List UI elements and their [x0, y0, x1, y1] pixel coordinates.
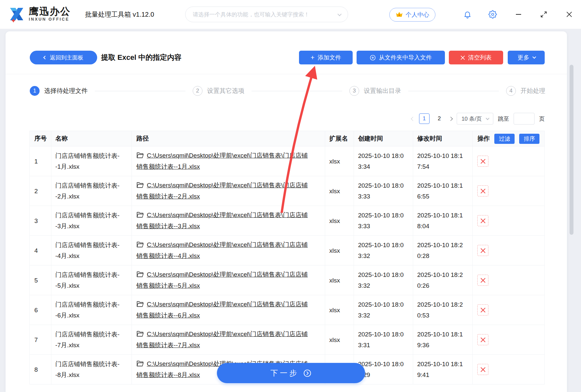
resize-button[interactable]: [538, 9, 549, 20]
table-row: 1 门店店铺销售额统计表--1月.xlsx C:\Users\sqmil\Des…: [30, 146, 545, 176]
page-size-value: 10 条/页: [462, 115, 482, 123]
notification-bell-icon[interactable]: [462, 9, 473, 20]
crown-icon: [396, 11, 403, 18]
file-ext: xlsx: [325, 295, 354, 325]
file-name: 门店店铺销售额统计表--4月.xlsx: [51, 236, 132, 265]
delete-x-icon: [480, 307, 486, 313]
modified-time: 2025-10-10 18:20:28: [413, 236, 473, 265]
delete-x-icon: [480, 248, 486, 253]
personal-center-button[interactable]: 个人中心: [389, 8, 435, 22]
settings-gear-icon[interactable]: [487, 9, 498, 20]
clear-list-button[interactable]: 清空列表: [449, 51, 503, 64]
step-4-start: 4 开始处理: [506, 86, 545, 96]
page-button-2[interactable]: 2: [434, 113, 445, 124]
table-body: 1 门店店铺销售额统计表--1月.xlsx C:\Users\sqmil\Des…: [30, 146, 545, 384]
next-page-button[interactable]: [449, 117, 453, 121]
delete-file-button[interactable]: [477, 185, 488, 196]
back-to-dashboard-button[interactable]: 返回到主面板: [30, 51, 97, 64]
row-index: 8: [30, 355, 51, 384]
prev-page-button[interactable]: [411, 117, 415, 121]
row-index: 5: [30, 265, 51, 295]
back-label: 返回到主面板: [50, 54, 83, 61]
file-ext: xlsx: [325, 146, 354, 176]
modified-time: 2025-10-10 18:19:36: [413, 325, 473, 355]
folder-icon: [136, 241, 144, 248]
table-header-row: 序号 名称 路径 扩展名 创建时间 修改时间 操作 过滤 排序: [30, 131, 545, 146]
page-size-select[interactable]: 10 条/页: [457, 113, 493, 125]
step-label: 选择待处理文件: [44, 87, 88, 95]
jump-label: 跳至: [498, 115, 509, 123]
folder-icon: [136, 152, 144, 159]
step-connector: [408, 91, 499, 91]
file-name: 门店店铺销售额统计表--8月.xlsx: [51, 355, 132, 384]
operation-cell: [473, 265, 545, 295]
delete-x-icon: [480, 218, 486, 224]
header-operation: 操作 过滤 排序: [473, 131, 545, 146]
delete-file-button[interactable]: [477, 304, 488, 315]
add-file-button[interactable]: + 添加文件: [299, 51, 353, 64]
file-path-cell: C:\Users\sqmil\Desktop\处理前\excel\门店销售表\门…: [132, 265, 326, 295]
function-search-select[interactable]: 请选择一个具体的功能，也可输入关键字搜索！: [185, 7, 348, 22]
scrollbar-thumb[interactable]: [570, 65, 573, 235]
filter-button[interactable]: 过滤: [494, 134, 515, 144]
clear-list-label: 清空列表: [468, 54, 492, 61]
delete-file-button[interactable]: [477, 215, 488, 226]
more-label: 更多: [518, 54, 529, 61]
created-time: 2025-10-10 18:03:31: [354, 325, 413, 355]
header-path: 路径: [132, 131, 326, 146]
file-name: 门店店铺销售额统计表--2月.xlsx: [51, 176, 132, 206]
file-path-cell: C:\Users\sqmil\Desktop\处理前\excel\门店销售表\门…: [132, 295, 326, 325]
step-number: 2: [193, 86, 202, 96]
row-index: 1: [30, 146, 51, 176]
delete-x-icon: [480, 278, 486, 283]
personal-center-label: 个人中心: [406, 11, 429, 19]
circle-plus-icon: [370, 55, 376, 61]
file-path-link[interactable]: C:\Users\sqmil\Desktop\处理前\excel\门店销售表\门…: [136, 331, 308, 349]
file-path-link[interactable]: C:\Users\sqmil\Desktop\处理前\excel\门店销售表\门…: [136, 212, 308, 230]
file-path-link[interactable]: C:\Users\sqmil\Desktop\处理前\excel\门店销售表\门…: [136, 241, 308, 259]
sort-button[interactable]: 排序: [519, 134, 539, 144]
minimize-button[interactable]: [513, 9, 524, 20]
header-modified: 修改时间: [413, 131, 473, 146]
operation-cell: [473, 176, 545, 206]
operation-cell: [473, 236, 545, 265]
import-from-folder-button[interactable]: 从文件夹中导入文件: [357, 51, 445, 64]
created-time: 2025-10-10 18:03:32: [354, 236, 413, 265]
modified-time: 2025-10-10 18:18:04: [413, 206, 473, 236]
jump-page-input[interactable]: [514, 113, 535, 125]
chevron-left-icon: [43, 56, 47, 59]
close-button[interactable]: [564, 9, 574, 20]
delete-file-button[interactable]: [477, 275, 488, 286]
folder-icon: [136, 301, 144, 307]
delete-x-icon: [480, 337, 486, 343]
table-row: 3 门店店铺销售额统计表--3月.xlsx C:\Users\sqmil\Des…: [30, 206, 545, 236]
import-folder-label: 从文件夹中导入文件: [379, 54, 432, 61]
row-index: 7: [30, 325, 51, 355]
delete-file-button[interactable]: [477, 245, 488, 256]
file-path-link[interactable]: C:\Users\sqmil\Desktop\处理前\excel\门店销售表\门…: [136, 271, 308, 289]
file-path-link[interactable]: C:\Users\sqmil\Desktop\处理前\excel\门店销售表\门…: [136, 301, 308, 319]
file-path-link[interactable]: C:\Users\sqmil\Desktop\处理前\excel\门店销售表\门…: [136, 182, 308, 200]
next-step-label: 下一步: [271, 368, 299, 378]
more-button[interactable]: 更多: [508, 51, 545, 64]
modified-time: 2025-10-10 18:16:55: [413, 176, 473, 206]
page-title: 提取 Excel 中的指定内容: [101, 51, 182, 64]
page-button-1[interactable]: 1: [419, 113, 430, 124]
delete-file-button[interactable]: [477, 334, 488, 345]
file-name: 门店店铺销售额统计表--5月.xlsx: [51, 265, 132, 295]
step-2-options: 2 设置其它选项: [193, 86, 244, 96]
delete-x-icon: [480, 159, 486, 164]
file-ext: xlsx: [325, 265, 354, 295]
delete-file-button[interactable]: [477, 156, 488, 167]
tool-card: 返回到主面板 提取 Excel 中的指定内容 + 添加文件 从文件夹中导入文件 …: [6, 31, 567, 392]
next-step-button[interactable]: 下一步: [217, 363, 365, 383]
delete-file-button[interactable]: [477, 364, 488, 375]
folder-icon: [136, 360, 144, 367]
search-placeholder: 请选择一个具体的功能，也可输入关键字搜索！: [193, 11, 334, 18]
file-path-link[interactable]: C:\Users\sqmil\Desktop\处理前\excel\门店销售表\门…: [136, 152, 308, 170]
chevron-down-icon: [532, 55, 536, 59]
step-3-output-dir: 3 设置输出目录: [349, 86, 401, 96]
main-content: 返回到主面板 提取 Excel 中的指定内容 + 添加文件 从文件夹中导入文件 …: [0, 29, 581, 392]
file-name: 门店店铺销售额统计表--1月.xlsx: [51, 146, 132, 176]
file-ext: xlsx: [325, 236, 354, 265]
